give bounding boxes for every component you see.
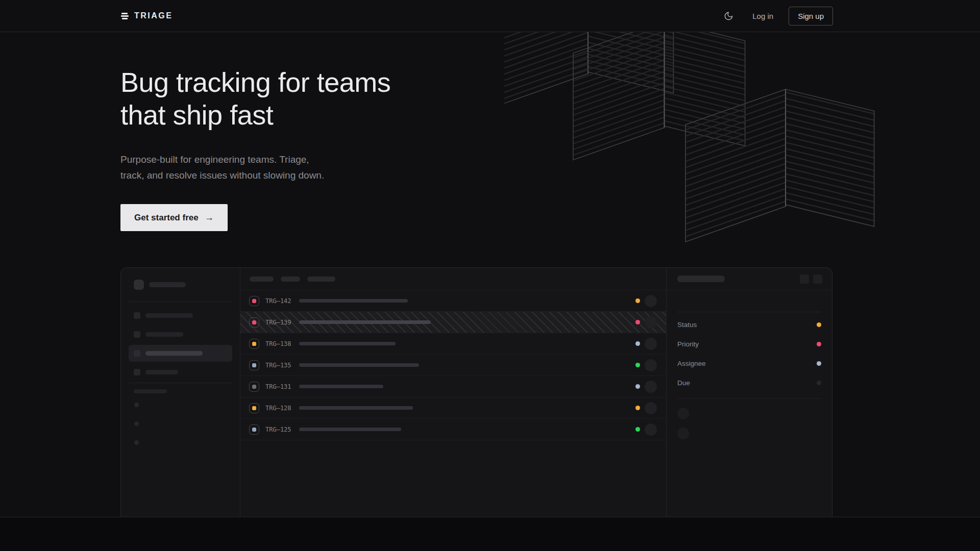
detail-action-button[interactable] [800, 274, 809, 284]
avatar [645, 402, 657, 414]
issue-id: TRG–131 [265, 383, 294, 390]
issue-row[interactable]: TRG–128 [240, 397, 666, 419]
avatar [645, 381, 657, 393]
issue-list: TRG–142TRG–139TRG–138TRG–135TRG–131TRG–1… [240, 290, 666, 440]
issue-id: TRG–135 [265, 362, 294, 369]
detail-fields: StatusPriorityAssigneeDue [677, 315, 821, 392]
field-label: Due [677, 379, 690, 387]
field-value-dot [817, 361, 821, 366]
hero-copy: Bug tracking for teamsthat ship fast Pur… [0, 66, 980, 231]
field-value-dot [817, 342, 821, 346]
filter-pill-skeleton[interactable] [281, 277, 300, 282]
avatar [645, 295, 657, 307]
issue-row[interactable]: TRG–139 [240, 312, 666, 333]
priority-icon [249, 360, 259, 370]
status-dot [635, 384, 640, 389]
detail-action-button[interactable] [813, 274, 822, 284]
sidebar-dot [134, 421, 139, 426]
issue-row[interactable]: TRG–131 [240, 376, 666, 397]
issue-row[interactable]: TRG–142 [240, 290, 666, 312]
status-dot [635, 341, 640, 346]
divider [129, 383, 232, 383]
login-link[interactable]: Log in [752, 12, 773, 20]
hero-section: Bug tracking for teamsthat ship fast Pur… [0, 32, 980, 517]
app-mockup-card: TRG–142TRG–139TRG–138TRG–135TRG–131TRG–1… [120, 267, 832, 517]
workspace-name-skeleton [149, 282, 186, 287]
brand[interactable]: TRIAGE [120, 11, 173, 20]
detail-field-row[interactable]: Assignee [677, 354, 821, 373]
detail-field-row[interactable]: Due [677, 373, 821, 392]
sidebar-dots [134, 403, 240, 445]
logo-text: TRIAGE [134, 11, 173, 20]
status-dot [635, 298, 640, 303]
issue-id: TRG–139 [265, 319, 294, 326]
issue-row[interactable]: TRG–125 [240, 419, 666, 440]
section-label-skeleton [134, 389, 167, 393]
divider [677, 398, 821, 399]
filter-pill-skeleton[interactable] [250, 277, 274, 282]
issue-row[interactable]: TRG–135 [240, 355, 666, 376]
issue-title-skeleton [299, 320, 431, 324]
cta-label: Get started free [134, 213, 199, 223]
issue-title-skeleton [299, 299, 408, 303]
sidebar-item[interactable] [129, 364, 232, 381]
issue-id: TRG–142 [265, 297, 294, 305]
sidebar-item-icon [134, 350, 140, 357]
get-started-button[interactable]: Get started free → [120, 204, 228, 231]
sidebar-item-label-skeleton [145, 313, 193, 318]
issue-title-skeleton [299, 385, 383, 388]
sidebar-item-icon [134, 312, 140, 319]
detail-header [667, 268, 832, 290]
issue-detail-panel: StatusPriorityAssigneeDue [666, 268, 832, 517]
priority-icon [249, 339, 259, 349]
field-label: Priority [677, 340, 699, 348]
sidebar-item-icon [134, 331, 140, 338]
filter-pill-skeleton[interactable] [307, 277, 335, 282]
issue-title-skeleton [299, 428, 401, 431]
status-dot [635, 427, 640, 432]
comment-avatar [677, 428, 689, 439]
list-toolbar [240, 268, 666, 290]
issue-id: TRG–138 [265, 340, 294, 347]
issue-title-skeleton [299, 342, 396, 345]
footer-band [0, 517, 980, 551]
avatar [645, 338, 657, 350]
sidebar-item-active[interactable] [129, 345, 232, 362]
detail-field-row[interactable]: Priority [677, 334, 821, 354]
field-value-dot [817, 381, 821, 385]
workspace-switcher[interactable] [121, 268, 240, 290]
page-title: Bug tracking for teamsthat ship fast [120, 66, 980, 131]
avatar [645, 316, 657, 329]
issue-title-skeleton [299, 363, 419, 367]
sidebar-item-label-skeleton [145, 370, 178, 374]
sidebar-item-icon [134, 369, 140, 375]
sidebar-item[interactable] [129, 307, 232, 324]
priority-icon [249, 403, 259, 413]
avatar [645, 423, 657, 436]
sidebar-item[interactable] [129, 326, 232, 343]
avatar [645, 359, 657, 371]
status-dot [635, 363, 640, 367]
issue-id: TRG–125 [265, 426, 294, 433]
detail-field-row[interactable]: Status [677, 315, 821, 334]
priority-icon [249, 424, 259, 435]
comment-avatar [677, 408, 689, 419]
divider [129, 302, 232, 302]
arrow-right-icon: → [205, 212, 214, 223]
detail-title-skeleton [677, 276, 725, 282]
mockup-sidebar [121, 268, 240, 517]
issue-row[interactable]: TRG–138 [240, 333, 666, 355]
issue-title-skeleton [299, 406, 413, 410]
triage-bars-icon [120, 12, 129, 20]
field-label: Assignee [677, 360, 706, 367]
detail-body: StatusPriorityAssigneeDue [667, 290, 832, 450]
issue-list-panel: TRG–142TRG–139TRG–138TRG–135TRG–131TRG–1… [240, 268, 666, 517]
sidebar-dot [134, 440, 139, 445]
sidebar-dot [134, 403, 139, 407]
sidebar-item-label-skeleton [145, 351, 203, 356]
field-label: Status [677, 321, 697, 329]
sidebar-nav [121, 307, 240, 381]
signup-button[interactable]: Sign up [789, 7, 833, 26]
priority-icon [249, 382, 259, 392]
moon-icon[interactable] [720, 7, 737, 24]
